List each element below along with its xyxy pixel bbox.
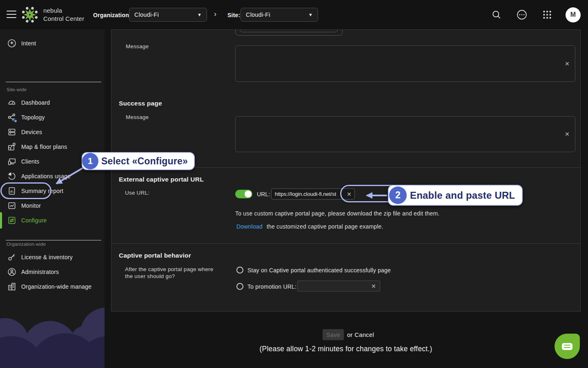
step2-text: Enable and paste URL	[410, 190, 515, 201]
or-text: or	[347, 331, 353, 338]
monitor-icon	[7, 201, 16, 210]
menu-icon[interactable]	[7, 11, 16, 18]
clear-icon[interactable]: ✕	[347, 191, 352, 197]
more-options-icon[interactable]	[515, 8, 529, 22]
chevron-down-icon: ▼	[197, 12, 202, 17]
sidebar-item-label: Devices	[21, 129, 42, 135]
sidebar-item-label: License & inventory	[21, 254, 73, 260]
sidebar-item-label: Administrators	[21, 269, 59, 275]
custom-portal-hint: To use custom captive portal page, pleas…	[235, 210, 439, 217]
sidebar-item-label: Applications usage	[21, 173, 71, 180]
chat-icon	[562, 343, 572, 350]
url-input[interactable]	[275, 191, 345, 197]
sidebar-item-configure[interactable]: Configure	[0, 213, 105, 228]
apps-grid-icon[interactable]	[540, 8, 554, 22]
brand-line2: Control Center	[43, 15, 84, 23]
sidebar-item-organization-wide-manage[interactable]: Organization-wide manage	[0, 279, 105, 294]
topbar-actions: M	[490, 0, 581, 29]
captive-portal-settings-panel: Message ✕ Success page Message ✕ Externa…	[111, 29, 581, 312]
chat-widget-button[interactable]	[555, 334, 580, 359]
behavior-title: Captive portal behavior	[119, 252, 191, 259]
success-page-title: Success page	[119, 100, 162, 107]
sidebar-item-label: Monitor	[21, 202, 41, 209]
promotion-url-input[interactable]	[298, 281, 380, 291]
sidebar-item-label: Map & floor plans	[21, 144, 67, 150]
toggle-knob	[245, 191, 252, 197]
sidebar-item-applications-usage[interactable]: Applications usage	[0, 169, 105, 184]
behavior-question: After the captive portal page where the …	[125, 266, 213, 280]
sidebar-item-license-inventory[interactable]: License & inventory	[0, 250, 105, 265]
annotation-step1: 1 Select «Configure»	[82, 152, 195, 170]
key-icon	[7, 253, 16, 262]
download-link[interactable]: Download	[236, 223, 263, 230]
step1-number-badge: 1	[82, 153, 98, 169]
clear-icon[interactable]: ✕	[371, 283, 376, 289]
message-textarea[interactable]: ✕	[235, 45, 575, 82]
step2-number-badge: 2	[389, 186, 407, 204]
organization-wide-section-label: Organization-wide	[7, 242, 46, 247]
download-rest: the customized captive portal page examp…	[267, 223, 383, 230]
admin-icon	[7, 267, 16, 276]
sidebar-item-devices[interactable]: Devices	[0, 125, 105, 139]
cloud-decoration	[0, 298, 105, 368]
search-icon[interactable]	[490, 8, 503, 22]
sidebar-item-label: Organization-wide manage	[21, 283, 91, 290]
clear-icon[interactable]: ✕	[565, 61, 570, 67]
chevron-down-icon: ▼	[308, 12, 313, 17]
top-bar: nebula Control Center Organization: Clou…	[0, 0, 588, 29]
nebula-logo-icon	[20, 5, 39, 26]
stay-radio-label: Stay on Captive portal authenticated suc…	[247, 267, 391, 274]
brand-title: nebula Control Center	[43, 7, 84, 23]
sidebar-item-monitor[interactable]: Monitor	[0, 198, 105, 213]
url-label: URL:	[257, 191, 270, 197]
intent-sparkle-icon	[7, 39, 16, 48]
promotion-radio[interactable]	[236, 283, 243, 290]
topology-icon	[7, 113, 16, 122]
sidebar-item-label: Topology	[21, 114, 45, 121]
sliders-icon	[7, 216, 16, 225]
nebula-control-center-app: nebula Control Center Organization: Clou…	[0, 0, 588, 368]
user-avatar[interactable]: M	[566, 7, 581, 22]
sidebar-item-topology[interactable]: Topology	[0, 110, 105, 125]
sidebar-item-summary-report[interactable]: Summary report	[0, 184, 105, 198]
download-line: Download the customized captive portal p…	[236, 223, 383, 230]
sidebar-item-label: Intent	[21, 40, 36, 47]
success-message-textarea[interactable]: ✕	[235, 116, 575, 152]
devices-icon	[7, 128, 16, 137]
organization-label: Organization:	[93, 12, 131, 18]
site-label: Site:	[227, 12, 240, 18]
promotion-url-input-wrapper: ✕	[297, 280, 380, 292]
organization-select[interactable]: Cloudi-Fi ▼	[129, 8, 207, 22]
url-input-wrapper: ✕	[271, 188, 355, 200]
sidebar-divider	[6, 240, 101, 240]
radio-row-promotion: To promotion URL:	[236, 283, 296, 290]
clear-icon[interactable]: ✕	[565, 131, 570, 137]
save-button[interactable]: Save	[323, 329, 344, 340]
sidebar-item-intent[interactable]: Intent	[0, 35, 105, 52]
site-select[interactable]: Cloudi-Fi ▼	[241, 8, 318, 22]
sidebar-item-label: Clients	[21, 158, 39, 165]
use-url-label: Use URL:	[125, 190, 149, 196]
brand-line1: nebula	[43, 7, 84, 15]
pie-chart-icon	[7, 172, 16, 181]
site-value: Cloudi-Fi	[246, 11, 270, 18]
sidebar-item-dashboard[interactable]: Dashboard	[0, 95, 105, 110]
use-url-toggle[interactable]	[235, 190, 252, 198]
gauge-icon	[7, 98, 16, 107]
map-pin-icon	[7, 142, 16, 151]
sidebar: Intent Site-wide Dashboard Topology Devi…	[0, 29, 105, 368]
sidebar-item-label: Configure	[21, 217, 47, 224]
promotion-radio-label: To promotion URL:	[247, 283, 296, 290]
cancel-link[interactable]: Cancel	[354, 331, 374, 338]
radio-row-stay: Stay on Captive portal authenticated suc…	[236, 267, 391, 274]
topology-status-badge	[13, 119, 18, 123]
breadcrumb-chevron-icon: ›	[214, 10, 216, 18]
step1-text: Select «Configure»	[101, 156, 188, 167]
report-icon	[7, 186, 16, 195]
sidebar-item-administrators[interactable]: Administrators	[0, 265, 105, 279]
sidebar-item-label: Dashboard	[21, 99, 50, 106]
section-divider	[111, 243, 581, 244]
sidebar-item-label: Summary report	[21, 188, 63, 194]
stay-radio[interactable]	[236, 267, 243, 274]
clients-icon	[7, 157, 16, 166]
